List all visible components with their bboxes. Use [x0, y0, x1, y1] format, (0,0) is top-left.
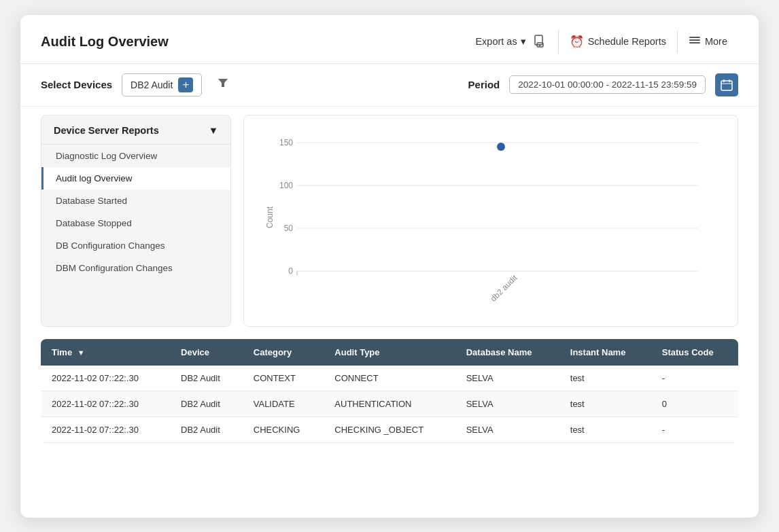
table-row: 2022-11-02 07::22:.30DB2 AuditCHECKINGCH…: [41, 416, 738, 442]
sidebar-item-db-config[interactable]: DB Configuration Changes: [41, 234, 230, 257]
table-row: 2022-11-02 07::22:.30DB2 AuditCONTEXTCON…: [41, 366, 738, 391]
schedule-reports-button[interactable]: ⏰ Schedule Reports: [559, 31, 678, 53]
export-icon: [534, 34, 547, 50]
table-cell: SELVA: [455, 366, 559, 391]
x-axis-label: db2 audit: [489, 272, 519, 303]
table-cell: test: [559, 416, 651, 442]
filter-icon: [217, 77, 229, 89]
schedule-label: Schedule Reports: [588, 36, 666, 47]
svg-rect-4: [689, 37, 700, 38]
y-label-0: 0: [288, 266, 293, 276]
export-dropdown-icon: ▾: [521, 36, 526, 47]
filter-button[interactable]: [211, 74, 235, 95]
table-cell: CHECKING _OBJECT: [324, 416, 455, 442]
table-cell: -: [651, 416, 738, 442]
table-cell: 0: [651, 391, 738, 416]
col-category[interactable]: Category: [243, 339, 324, 366]
table-cell: 2022-11-02 07::22:.30: [41, 366, 170, 391]
y-label-150: 150: [279, 138, 293, 147]
svg-rect-0: [535, 35, 542, 45]
table-section: Time ▼ Device Category Audit Type Databa…: [20, 339, 759, 443]
svg-marker-7: [218, 79, 228, 87]
col-instant-name[interactable]: Instant Name: [559, 339, 651, 366]
col-database-name[interactable]: Database Name: [455, 339, 559, 366]
calendar-icon: [721, 79, 733, 91]
table-cell: SELVA: [455, 391, 559, 416]
table-cell: DB2 Audit: [170, 391, 243, 416]
sidebar-item-db-started[interactable]: Database Started: [41, 190, 230, 212]
export-label: Export as: [475, 36, 517, 47]
col-time[interactable]: Time ▼: [41, 339, 170, 366]
chart-svg: Count 150 100 50 0: [251, 129, 724, 306]
table-cell: CHECKING: [243, 416, 324, 442]
calendar-button[interactable]: [715, 73, 738, 96]
main-window: Audit Log Overview Export as ▾ ⏰ Schedul…: [20, 15, 759, 518]
table-cell: 2022-11-02 07::22:.30: [41, 391, 170, 416]
table-cell: CONTEXT: [243, 366, 324, 391]
toolbar: Select Devices DB2 Audit + Period 2022-1…: [20, 64, 759, 107]
table-cell: -: [651, 366, 738, 391]
add-device-button[interactable]: +: [178, 77, 193, 92]
table-header-row: Time ▼ Device Category Audit Type Databa…: [41, 339, 738, 366]
sidebar-item-audit-overview[interactable]: Audit log Overview: [41, 167, 230, 190]
col-audit-type[interactable]: Audit Type: [324, 339, 455, 366]
select-devices-label: Select Devices: [41, 79, 112, 90]
table-cell: DB2 Audit: [170, 366, 243, 391]
main-content: Device Server Reports ▼ Diagnostic Log O…: [20, 115, 759, 327]
sidebar-item-dbm-config[interactable]: DBM Configuration Changes: [41, 257, 230, 279]
chart-area: Count 150 100 50 0: [243, 115, 738, 327]
table-row: 2022-11-02 07::22:.30DB2 AuditVALIDATEAU…: [41, 391, 738, 416]
table-cell: DB2 Audit: [170, 416, 243, 442]
more-label: More: [705, 36, 727, 47]
data-table: Time ▼ Device Category Audit Type Databa…: [41, 339, 738, 443]
export-button[interactable]: Export as ▾: [464, 30, 558, 54]
header-actions: Export as ▾ ⏰ Schedule Reports: [464, 30, 738, 54]
sort-icon: ▼: [77, 349, 85, 357]
col-status-code[interactable]: Status Code: [651, 339, 738, 366]
period-range-text: 2022-10-01 00:00:00 - 2022-11-15 23:59:5…: [518, 79, 697, 90]
table-cell: test: [559, 366, 651, 391]
header: Audit Log Overview Export as ▾ ⏰ Schedul…: [20, 15, 759, 64]
table-cell: 2022-11-02 07::22:.30: [41, 416, 170, 442]
sidebar-header: Device Server Reports ▼: [41, 116, 230, 145]
sidebar-item-db-stopped[interactable]: Database Stopped: [41, 212, 230, 234]
sidebar-heading: Device Server Reports: [54, 125, 159, 136]
period-range: 2022-10-01 00:00:00 - 2022-11-15 23:59:5…: [509, 75, 706, 94]
chart-container: Count 150 100 50 0: [251, 129, 724, 319]
svg-rect-8: [721, 81, 732, 90]
device-name: DB2 Audit: [131, 79, 173, 90]
col-device[interactable]: Device: [170, 339, 243, 366]
sidebar: Device Server Reports ▼ Diagnostic Log O…: [41, 115, 231, 327]
period-label: Period: [468, 79, 500, 90]
more-button[interactable]: More: [678, 30, 738, 54]
more-icon: [689, 34, 701, 50]
table-cell: VALIDATE: [243, 391, 324, 416]
sidebar-collapse-icon[interactable]: ▼: [209, 125, 218, 136]
sidebar-item-diagnostic[interactable]: Diagnostic Log Overview: [41, 145, 230, 167]
table-cell: AUTHENTICATION: [324, 391, 455, 416]
svg-rect-5: [689, 39, 700, 41]
device-tag: DB2 Audit +: [122, 73, 202, 96]
schedule-icon: ⏰: [570, 35, 584, 49]
chart-dot: [497, 143, 505, 151]
y-label-50: 50: [284, 224, 294, 233]
svg-rect-6: [689, 42, 700, 43]
page-title: Audit Log Overview: [41, 34, 169, 50]
table-cell: test: [559, 391, 651, 416]
table-cell: SELVA: [455, 416, 559, 442]
table-cell: CONNECT: [324, 366, 455, 391]
y-axis-label: Count: [265, 206, 275, 228]
y-label-100: 100: [279, 181, 293, 190]
